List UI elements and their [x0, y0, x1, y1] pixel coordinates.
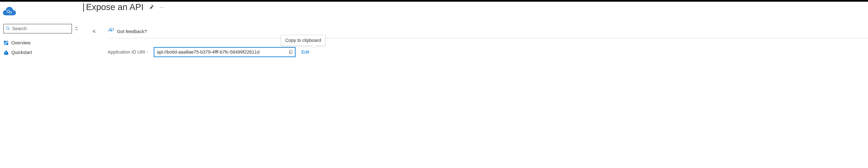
app-id-uri-label: Application ID URI : — [108, 49, 148, 55]
svg-line-3 — [8, 29, 10, 30]
collapse-panel-icon[interactable] — [92, 29, 96, 34]
sidebar-item-label: Quickstart — [11, 50, 32, 55]
copy-icon[interactable] — [289, 50, 293, 55]
expand-collapse-icon[interactable] — [74, 25, 79, 32]
overview-icon — [4, 40, 8, 45]
page-title: Expose an API — [86, 2, 144, 12]
svg-rect-4 — [4, 41, 6, 43]
app-id-uri-field[interactable]: api://botid-aaa8ae75-b379-4fff-b7fc-5649… — [154, 47, 296, 57]
svg-point-8 — [109, 29, 111, 30]
svg-rect-10 — [290, 50, 292, 53]
svg-rect-7 — [6, 43, 8, 45]
pin-icon[interactable] — [149, 4, 154, 10]
more-icon[interactable]: ··· — [159, 4, 164, 10]
got-feedback-button[interactable]: Got feedback? — [108, 28, 147, 35]
title-separator: | — [82, 2, 86, 168]
sidebar-item-overview[interactable]: Overview — [0, 38, 82, 48]
svg-rect-6 — [4, 43, 6, 45]
search-input[interactable] — [12, 26, 69, 31]
search-box[interactable] — [3, 24, 72, 33]
search-icon — [6, 26, 10, 31]
azure-cloud-icon — [3, 6, 16, 16]
copy-tooltip: Copy to clipboard — [281, 35, 326, 46]
svg-rect-9 — [111, 28, 114, 30]
svg-point-2 — [6, 27, 9, 29]
sidebar-item-quickstart[interactable]: Quickstart — [0, 48, 82, 57]
app-id-uri-value: api://botid-aaa8ae75-b379-4fff-b7fc-5649… — [157, 49, 287, 55]
svg-rect-5 — [6, 41, 8, 43]
feedback-label: Got feedback? — [117, 29, 147, 34]
quickstart-icon — [4, 50, 8, 55]
feedback-icon — [108, 28, 114, 35]
sidebar-item-label: Overview — [11, 40, 31, 46]
edit-link[interactable]: Edit — [301, 49, 309, 55]
